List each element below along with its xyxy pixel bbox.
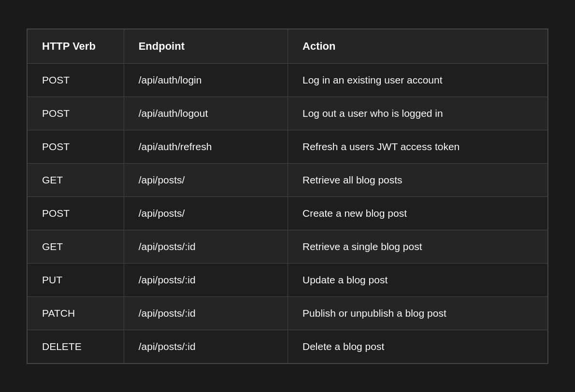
table-row: DELETE/api/posts/:idDelete a blog post: [28, 330, 548, 363]
cell-action: Log out a user who is logged in: [288, 97, 548, 130]
cell-verb: POST: [28, 196, 124, 230]
table-row: GET/api/posts/:idRetrieve a single blog …: [28, 230, 548, 263]
cell-endpoint: /api/posts/:id: [124, 263, 288, 296]
column-header-endpoint: Endpoint: [124, 29, 288, 63]
cell-action: Log in an existing user account: [288, 63, 548, 97]
column-header-verb: HTTP Verb: [28, 29, 124, 63]
api-table: HTTP Verb Endpoint Action POST/api/auth/…: [27, 29, 548, 364]
table-row: POST/api/auth/logoutLog out a user who i…: [28, 97, 548, 130]
cell-verb: DELETE: [28, 330, 124, 363]
cell-verb: POST: [28, 130, 124, 163]
table-row: POST/api/posts/Create a new blog post: [28, 196, 548, 230]
cell-endpoint: /api/posts/: [124, 163, 288, 196]
cell-endpoint: /api/posts/:id: [124, 296, 288, 330]
cell-verb: PUT: [28, 263, 124, 296]
cell-action: Publish or unpublish a blog post: [288, 296, 548, 330]
cell-endpoint: /api/posts/: [124, 196, 288, 230]
api-table-wrapper: HTTP Verb Endpoint Action POST/api/auth/…: [27, 28, 548, 364]
cell-endpoint: /api/auth/login: [124, 63, 288, 97]
column-header-action: Action: [288, 29, 548, 63]
cell-action: Retrieve a single blog post: [288, 230, 548, 263]
table-row: POST/api/auth/refreshRefresh a users JWT…: [28, 130, 548, 163]
cell-verb: PATCH: [28, 296, 124, 330]
cell-action: Create a new blog post: [288, 196, 548, 230]
table-body: POST/api/auth/loginLog in an existing us…: [28, 63, 548, 363]
cell-endpoint: /api/auth/refresh: [124, 130, 288, 163]
cell-endpoint: /api/posts/:id: [124, 330, 288, 363]
cell-endpoint: /api/auth/logout: [124, 97, 288, 130]
cell-verb: POST: [28, 63, 124, 97]
cell-verb: GET: [28, 163, 124, 196]
cell-action: Update a blog post: [288, 263, 548, 296]
cell-verb: POST: [28, 97, 124, 130]
cell-action: Delete a blog post: [288, 330, 548, 363]
table-row: PATCH/api/posts/:idPublish or unpublish …: [28, 296, 548, 330]
table-row: POST/api/auth/loginLog in an existing us…: [28, 63, 548, 97]
table-row: GET/api/posts/Retrieve all blog posts: [28, 163, 548, 196]
cell-endpoint: /api/posts/:id: [124, 230, 288, 263]
cell-verb: GET: [28, 230, 124, 263]
table-row: PUT/api/posts/:idUpdate a blog post: [28, 263, 548, 296]
cell-action: Refresh a users JWT access token: [288, 130, 548, 163]
table-header-row: HTTP Verb Endpoint Action: [28, 29, 548, 63]
cell-action: Retrieve all blog posts: [288, 163, 548, 196]
